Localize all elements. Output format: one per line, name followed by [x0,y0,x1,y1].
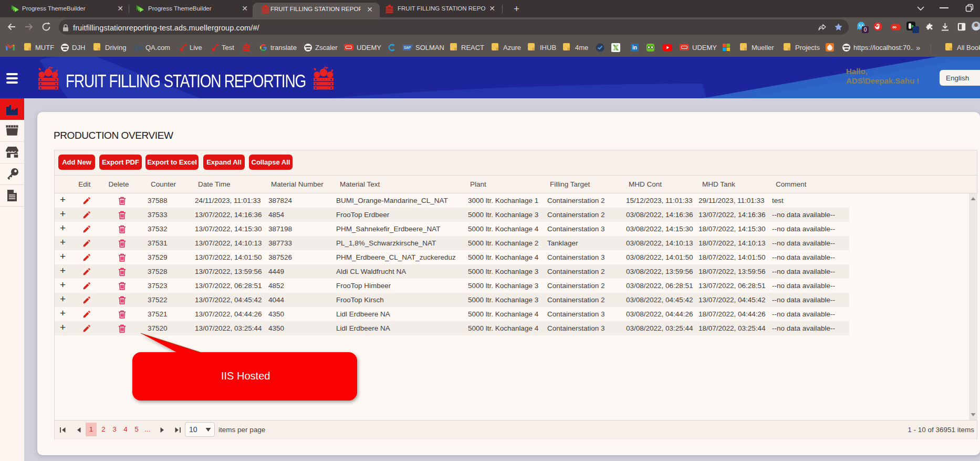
svg-text:SAP: SAP [404,46,411,49]
svg-text:IIS Hosted: IIS Hosted [221,370,270,382]
